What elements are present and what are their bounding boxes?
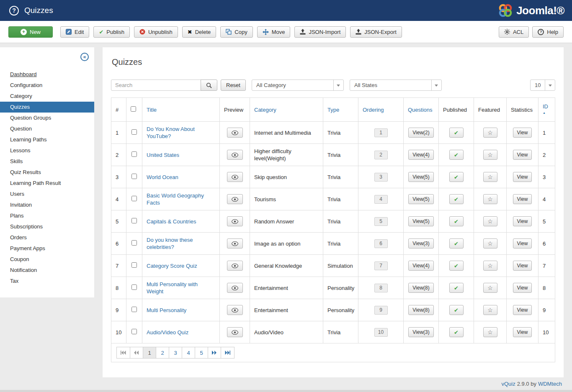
questions-view-button[interactable]: View(5) [408,194,433,204]
preview-button[interactable] [227,261,243,271]
questions-view-button[interactable]: View(5) [408,216,433,226]
questions-view-button[interactable]: View(4) [408,150,433,160]
category-sort-link[interactable]: Category [254,107,276,113]
row-checkbox[interactable] [131,284,137,290]
help-button[interactable]: ? Help [532,26,564,38]
ordering-input[interactable]: 4 [374,195,388,204]
move-button[interactable]: Move [257,26,291,38]
select-all-checkbox[interactable] [131,106,136,112]
published-toggle-button[interactable]: ✔ [449,150,464,160]
featured-toggle-button[interactable]: ☆ [483,327,497,337]
publish-button[interactable]: ✔ Publish [93,26,130,38]
featured-toggle-button[interactable]: ☆ [483,128,497,138]
row-checkbox[interactable] [131,174,137,179]
id-sort-link[interactable]: ID [543,104,551,110]
row-checkbox[interactable] [131,196,137,201]
published-toggle-button[interactable]: ✔ [449,194,464,204]
pagination-page-2[interactable]: 2 [156,347,169,359]
quiz-title-link[interactable]: Category Score Quiz [147,263,197,269]
featured-toggle-button[interactable]: ☆ [483,261,497,271]
edit-button[interactable]: Edit [60,26,89,38]
preview-button[interactable] [227,194,243,204]
featured-toggle-button[interactable]: ☆ [483,305,497,315]
published-toggle-button[interactable]: ✔ [449,261,464,271]
quiz-title-link[interactable]: Basic World Geography Facts [147,192,204,206]
featured-toggle-button[interactable]: ☆ [483,238,497,249]
preview-button[interactable] [227,150,243,160]
featured-toggle-button[interactable]: ☆ [483,194,497,204]
ordering-sort-link[interactable]: Ordering [363,107,384,113]
search-input[interactable] [111,79,201,91]
statistics-view-button[interactable]: View [513,327,532,337]
published-toggle-button[interactable]: ✔ [449,172,464,182]
published-toggle-button[interactable]: ✔ [449,283,464,293]
acl-button[interactable]: ACL [499,26,529,38]
ordering-input[interactable]: 9 [374,306,388,315]
ordering-input[interactable]: 3 [374,173,388,182]
quiz-title-link[interactable]: United States [147,152,179,158]
statistics-view-button[interactable]: View [513,305,532,315]
preview-button[interactable] [227,238,243,249]
questions-view-button[interactable]: View(8) [408,305,433,315]
new-button[interactable]: + New [8,26,53,38]
statistics-view-button[interactable]: View [513,283,532,293]
ordering-input[interactable]: 7 [374,261,388,270]
pagination-prev-button[interactable] [130,347,143,359]
row-checkbox[interactable] [131,329,137,334]
ordering-input[interactable]: 6 [374,239,388,248]
statistics-view-button[interactable]: View [513,194,532,204]
quiz-title-link[interactable]: Capitals & Countries [147,218,196,225]
pagination-last-button[interactable] [221,347,234,359]
questions-sort-link[interactable]: Questions [408,107,433,113]
statistics-view-button[interactable]: View [513,128,532,138]
questions-view-button[interactable]: View(3) [408,327,433,337]
questions-view-button[interactable]: View(3) [408,238,433,249]
states-filter-select[interactable]: All States [350,79,442,91]
footer-brand-link[interactable]: WDMtech [538,381,562,387]
preview-button[interactable] [227,327,243,337]
statistics-view-button[interactable]: View [513,172,532,182]
statistics-view-button[interactable]: View [513,150,532,160]
pagination-page-4[interactable]: 4 [182,347,195,359]
published-toggle-button[interactable]: ✔ [449,238,464,249]
pagination-next-button[interactable] [208,347,221,359]
delete-button[interactable]: ✖ Delete [182,26,216,38]
row-checkbox[interactable] [131,218,137,223]
copy-button[interactable]: Copy [220,26,253,38]
preview-button[interactable] [227,283,243,293]
quiz-title-link[interactable]: Multi Personality [147,307,186,313]
published-toggle-button[interactable]: ✔ [449,327,464,337]
row-checkbox[interactable] [131,240,137,246]
row-checkbox[interactable] [131,129,137,135]
row-checkbox[interactable] [131,151,137,157]
featured-toggle-button[interactable]: ☆ [483,150,497,160]
ordering-input[interactable]: 5 [374,217,388,226]
questions-view-button[interactable]: View(5) [408,172,433,182]
quiz-title-link[interactable]: Multi Personality with Weight [147,281,198,295]
quiz-title-link[interactable]: World Ocean [147,174,178,180]
statistics-view-button[interactable]: View [513,238,532,249]
featured-toggle-button[interactable]: ☆ [483,216,497,226]
ordering-input[interactable]: 2 [374,151,388,159]
title-sort-link[interactable]: Title [147,107,157,113]
ordering-input[interactable]: 8 [374,284,388,292]
published-toggle-button[interactable]: ✔ [449,216,464,226]
questions-view-button[interactable]: View(8) [408,283,433,293]
ordering-input[interactable]: 1 [374,128,388,137]
json-import-button[interactable]: JSON-Import [294,26,346,38]
quiz-title-link[interactable]: Audio/Video Quiz [147,329,188,336]
pagination-page-3[interactable]: 3 [169,347,182,359]
pagination-page-1[interactable]: 1 [143,347,156,359]
json-export-button[interactable]: JSON-Export [350,26,402,38]
row-checkbox[interactable] [131,307,137,312]
unpublish-button[interactable]: Unpublish [134,26,178,38]
type-sort-link[interactable]: Type [327,107,339,113]
quiz-title-link[interactable]: Do you know these celebrities? [147,237,193,250]
statistics-view-button[interactable]: View [513,216,532,226]
featured-toggle-button[interactable]: ☆ [483,172,497,182]
published-toggle-button[interactable]: ✔ [449,305,464,315]
sidebar-collapse-icon[interactable]: « [80,53,89,61]
quiz-title-link[interactable]: Do You Know About YouTube? [147,126,195,139]
ordering-input[interactable]: 10 [374,328,388,337]
featured-toggle-button[interactable]: ☆ [483,283,497,293]
